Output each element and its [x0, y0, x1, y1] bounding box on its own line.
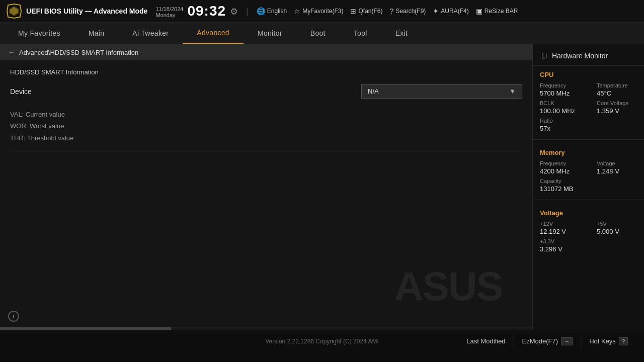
myfavorite-tool[interactable]: ☆ MyFavorite(F3) [294, 7, 343, 15]
hw-voltage-title: Voltage [540, 209, 637, 217]
nav-main[interactable]: Main [74, 23, 119, 43]
breadcrumb-text: Advanced\HDD/SSD SMART Information [19, 49, 138, 56]
hw-volt-12-5-row: +12V 12.192 V +5V 5.000 V [540, 221, 637, 235]
hw-cpu-temperature-value: 45°C [597, 89, 637, 97]
globe-icon: 🌐 [257, 7, 265, 15]
hw-cpu-temp-col: Temperature 45°C [597, 82, 637, 97]
search-icon: ? [390, 7, 394, 15]
aura-tool[interactable]: ✦ AURA(F4) [433, 7, 468, 15]
hw-mem-voltage-col: Voltage 1.248 V [597, 160, 637, 175]
hw-mem-freq-volt-row: Frequency 4200 MHz Voltage 1.248 V [540, 160, 637, 175]
hw-cpu-bclk-col: BCLK 100.00 MHz [540, 100, 580, 115]
aura-label: AURA(F4) [441, 8, 468, 15]
hw-cpu-temperature-label: Temperature [597, 82, 637, 88]
language-tool[interactable]: 🌐 English [257, 7, 287, 15]
hw-mem-frequency-label: Frequency [540, 160, 580, 166]
hw-cpu-ratio-label: Ratio [540, 118, 580, 124]
ezmode-button[interactable]: EzMode(F7) → [514, 334, 581, 348]
device-row: Device N/A ▼ [10, 84, 522, 99]
dropdown-arrow-icon: ▼ [509, 87, 516, 95]
hw-cpu-frequency-col: Frequency 5700 MHz [540, 82, 580, 97]
hw-mem-capacity-col: Capacity 131072 MB [540, 178, 580, 193]
nav-my-favorites[interactable]: My Favorites [4, 23, 74, 43]
monitor-icon: 🖥 [540, 51, 548, 60]
hw-cpu-ratio-value: 57x [540, 125, 580, 132]
logo-area: UEFI BIOS Utility — Advanced Mode [6, 3, 147, 19]
footer: Version 2.22.1286 Copyright (C) 2024 AMI… [0, 330, 644, 352]
hw-v12-value: 12.192 V [540, 228, 580, 235]
back-arrow-icon[interactable]: ← [8, 48, 15, 56]
hw-volt-33-row: +3.3V 3.296 V [540, 238, 637, 253]
main-layout: ← Advanced\HDD/SSD SMART Information HDD… [0, 44, 644, 330]
hw-v33-label: +3.3V [540, 238, 580, 244]
resizebar-tool[interactable]: ▣ ReSize BAR [476, 7, 518, 15]
hw-cpu-bclk-label: BCLK [540, 100, 580, 106]
resize-icon: ▣ [476, 7, 482, 15]
nav-ai-tweaker[interactable]: Ai Tweaker [118, 23, 183, 43]
hw-cpu-core-voltage-value: 1.359 V [597, 107, 637, 115]
section-title: HDD/SSD SMART Information [10, 68, 522, 76]
hw-cpu-voltage-col: Core Voltage 1.359 V [597, 100, 637, 115]
settings-gear-icon[interactable]: ⚙ [230, 6, 238, 17]
device-select-value: N/A [368, 87, 379, 95]
nav-bar: My Favorites Main Ai Tweaker Advanced Mo… [0, 23, 644, 44]
time-display: 09:32 [187, 4, 226, 18]
last-modified-button[interactable]: Last Modified [458, 334, 513, 348]
hw-cpu-ratio-col: Ratio 57x [540, 118, 580, 132]
separator [10, 150, 522, 150]
hw-mem-frequency-value: 4200 MHz [540, 167, 580, 175]
breadcrumb: ← Advanced\HDD/SSD SMART Information [0, 44, 532, 60]
info-circle-icon: i [8, 311, 19, 322]
hw-cpu-frequency-value: 5700 MHz [540, 89, 580, 97]
language-label: English [267, 8, 287, 15]
nav-exit[interactable]: Exit [381, 23, 422, 43]
hw-monitor-header: 🖥 Hardware Monitor [533, 44, 644, 66]
hw-mem-capacity-row: Capacity 131072 MB [540, 178, 637, 193]
search-tool[interactable]: ? Search(F9) [390, 7, 426, 15]
hw-monitor-title: Hardware Monitor [552, 52, 608, 60]
header-tools: 🌐 English ☆ MyFavorite(F3) ⊞ Qfan(F6) ? … [257, 7, 518, 15]
aura-icon: ✦ [433, 7, 439, 15]
hw-mem-capacity-value: 131072 MB [540, 185, 580, 193]
hw-cpu-divider [533, 139, 644, 140]
info-lines: VAL: Current value WOR: Worst value THR:… [10, 109, 522, 144]
fan-icon: ⊞ [350, 7, 356, 15]
hw-v12-label: +12V [540, 221, 580, 227]
footer-right: Last Modified EzMode(F7) → Hot Keys ? [458, 334, 636, 348]
hw-cpu-core-voltage-label: Core Voltage [597, 100, 637, 106]
hw-cpu-frequency-label: Frequency [540, 82, 580, 88]
nav-tool[interactable]: Tool [340, 23, 381, 43]
star-icon: ☆ [294, 7, 300, 15]
header-divider: | [246, 6, 249, 17]
watermark-area: ASUS [394, 263, 502, 310]
nav-monitor[interactable]: Monitor [244, 23, 296, 43]
hw-cpu-title: CPU [540, 71, 637, 78]
last-modified-label: Last Modified [466, 337, 505, 345]
nav-advanced[interactable]: Advanced [183, 23, 244, 44]
nav-boot[interactable]: Boot [296, 23, 340, 43]
hw-memory-section: Memory Frequency 4200 MHz Voltage 1.248 … [533, 144, 644, 196]
val-info: VAL: Current value [10, 109, 522, 120]
ezmode-label: EzMode(F7) [522, 337, 558, 345]
hw-v33-col: +3.3V 3.296 V [540, 238, 580, 253]
header: UEFI BIOS Utility — Advanced Mode 11/18/… [0, 0, 644, 23]
hardware-monitor-sidebar: 🖥 Hardware Monitor CPU Frequency 5700 MH… [532, 44, 644, 330]
qfan-tool[interactable]: ⊞ Qfan(F6) [350, 7, 382, 15]
myfavorite-label: MyFavorite(F3) [302, 8, 343, 15]
search-label: Search(F9) [395, 8, 426, 15]
hotkeys-label: Hot Keys [589, 337, 616, 345]
hotkeys-button[interactable]: Hot Keys ? [581, 334, 636, 348]
hw-cpu-bclk-value: 100.00 MHz [540, 107, 580, 115]
info-button[interactable]: i [8, 311, 19, 322]
hw-cpu-bclk-voltage-row: BCLK 100.00 MHz Core Voltage 1.359 V [540, 100, 637, 115]
hw-cpu-freq-temp-row: Frequency 5700 MHz Temperature 45°C [540, 82, 637, 97]
hotkeys-key-icon: ? [619, 337, 628, 345]
watermark-logo: ASUS [394, 263, 502, 310]
day-label: Monday [155, 12, 183, 18]
hw-v5-value: 5.000 V [597, 228, 637, 235]
device-label: Device [10, 87, 32, 96]
hw-v33-value: 3.296 V [540, 245, 580, 253]
device-select-dropdown[interactable]: N/A ▼ [361, 84, 522, 99]
hw-v12-col: +12V 12.192 V [540, 221, 580, 235]
hw-mem-voltage-label: Voltage [597, 160, 637, 166]
